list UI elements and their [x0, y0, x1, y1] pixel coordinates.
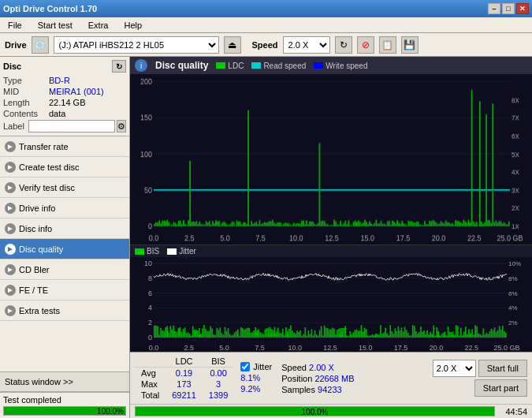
- start-part-row: Start part: [433, 379, 527, 397]
- sidebar-item-drive-info[interactable]: ► Drive info: [0, 198, 129, 218]
- maximize-button[interactable]: □: [502, 3, 515, 14]
- label-gear-button[interactable]: ⚙: [117, 120, 126, 132]
- bottom-progress-bar: 100.0%: [135, 406, 495, 416]
- disc-contents-label: Contents: [3, 109, 49, 118]
- chart2-legend-bar: BIS Jitter: [130, 244, 532, 257]
- speed-pos-section: Speed 2.00 X Position 22668 MB Samples 9…: [281, 363, 354, 394]
- transfer-rate-label: Transfer rate: [19, 142, 69, 151]
- chart1-canvas: [130, 74, 532, 244]
- elapsed-time: 44:54: [500, 407, 527, 416]
- jitter-legend-label: Jitter: [179, 247, 196, 256]
- disc-section: Disc ↻ Type BD-R MID MEIRA1 (001) Length…: [0, 57, 129, 136]
- sidebar-item-verify-test-disc[interactable]: ► Verify test disc: [0, 177, 129, 198]
- disc-erase-button[interactable]: ⊘: [357, 36, 374, 54]
- total-label: Total: [135, 390, 166, 401]
- avg-bis: 0.00: [203, 368, 234, 379]
- position-label-text: Position: [281, 374, 314, 383]
- start-speed-select[interactable]: 2.0 X 4.0 X 6.0 X 8.0 X: [433, 360, 476, 377]
- eject-button[interactable]: ⏏: [224, 36, 241, 54]
- create-test-disc-icon: ►: [5, 162, 16, 173]
- samples-label-text: Samples: [281, 385, 318, 394]
- refresh-button[interactable]: ↻: [335, 36, 352, 54]
- disc-length-row: Length 22.14 GB: [3, 98, 126, 107]
- minimize-button[interactable]: –: [488, 3, 500, 14]
- jitter-legend: Jitter: [167, 247, 196, 256]
- sidebar-item-cd-bler[interactable]: ► CD Bler: [0, 259, 129, 280]
- action-buttons: 2.0 X 4.0 X 6.0 X 8.0 X Start full Start…: [433, 360, 527, 397]
- jitter-checkbox[interactable]: [240, 362, 250, 371]
- sidebar-item-fe-te[interactable]: ► FE / TE: [0, 280, 129, 300]
- jitter-max-row: 9.2%: [240, 384, 272, 394]
- menu-extra[interactable]: Extra: [84, 20, 113, 31]
- save-button[interactable]: 💾: [401, 36, 419, 54]
- col-header-ldc: LDC: [166, 356, 203, 368]
- ldc-legend-label: LDC: [228, 62, 244, 70]
- position-value: 22668 MB: [314, 374, 354, 383]
- bis-legend-label: BIS: [147, 247, 159, 256]
- drive-info-icon: ►: [5, 203, 16, 214]
- max-label: Max: [135, 379, 166, 390]
- disc-info-icon: ►: [5, 223, 16, 234]
- disc-type-label: Type: [3, 76, 49, 85]
- sidebar-item-disc-info[interactable]: ► Disc info: [0, 218, 129, 239]
- disc-label-input[interactable]: [28, 120, 115, 132]
- test-completed-text: Test completed: [3, 395, 126, 405]
- write-speed-legend-color: [314, 62, 323, 69]
- menu-start-test[interactable]: Start test: [33, 20, 77, 31]
- jitter-avg-value: 8.1%: [240, 373, 260, 383]
- sidebar-item-transfer-rate[interactable]: ► Transfer rate: [0, 136, 129, 157]
- stats-section: LDC BIS Avg 0.19 0.00 Max 173 3: [130, 352, 532, 404]
- close-button[interactable]: ✕: [516, 3, 529, 14]
- jitter-legend-color: [167, 248, 177, 255]
- speed-label-text: Speed: [281, 363, 309, 372]
- sidebar-item-create-test-disc[interactable]: ► Create test disc: [0, 157, 129, 177]
- drive-select[interactable]: (J:) ATAPI iHBS212 2 HL05: [54, 36, 219, 54]
- disc-mid-row: MID MEIRA1 (001): [3, 87, 126, 96]
- write-speed-legend-label: Write speed: [326, 62, 367, 70]
- max-ldc: 173: [166, 379, 203, 390]
- charts-area: BIS Jitter: [130, 74, 532, 352]
- ldc-legend: LDC: [216, 62, 244, 70]
- write-speed-legend: Write speed: [314, 62, 367, 70]
- disc-length-value: 22.14 GB: [49, 98, 85, 107]
- drive-bar: Drive 💿 (J:) ATAPI iHBS212 2 HL05 ⏏ Spee…: [0, 33, 532, 57]
- jitter-section: Jitter 8.1% 9.2%: [240, 362, 272, 395]
- menu-file[interactable]: File: [3, 20, 27, 31]
- start-part-button[interactable]: Start part: [474, 379, 527, 397]
- drive-label: Drive: [5, 40, 27, 50]
- drive-info-label: Drive info: [19, 203, 55, 213]
- max-bis: 3: [203, 379, 234, 390]
- samples-row: Samples 94233: [281, 385, 354, 394]
- bis-legend-color: [135, 248, 144, 255]
- extra-tests-icon: ►: [5, 305, 16, 316]
- menu-bar: File Start test Extra Help: [0, 17, 532, 33]
- stats-total-row: Total 69211 1399: [135, 390, 234, 401]
- sidebar-item-extra-tests[interactable]: ► Extra tests: [0, 300, 129, 321]
- avg-ldc: 0.19: [166, 368, 203, 379]
- stats-max-row: Max 173 3: [135, 379, 234, 390]
- stats-table: LDC BIS Avg 0.19 0.00 Max 173 3: [135, 356, 234, 401]
- disc-info-label: Disc info: [19, 224, 52, 233]
- disc-mid-label: MID: [3, 87, 49, 96]
- time-bar: 100.0% 44:54: [130, 404, 532, 418]
- disc-contents-value: data: [49, 109, 65, 118]
- total-bis: 1399: [203, 390, 234, 401]
- jitter-max-value: 9.2%: [240, 384, 260, 394]
- speed-select[interactable]: 2.0 X: [283, 36, 330, 54]
- read-speed-legend-color: [251, 62, 261, 69]
- disc-copy-button[interactable]: 📋: [379, 36, 396, 54]
- sidebar-item-disc-quality[interactable]: ► Disc quality: [0, 239, 129, 259]
- verify-test-disc-label: Verify test disc: [19, 183, 75, 192]
- menu-help[interactable]: Help: [119, 20, 147, 31]
- disc-type-row: Type BD-R: [3, 76, 126, 85]
- status-window-button[interactable]: Status window >>: [0, 371, 129, 392]
- disc-quality-icon: ►: [5, 244, 16, 255]
- col-header-empty: [135, 356, 166, 368]
- disc-length-label: Length: [3, 98, 49, 107]
- avg-label: Avg: [135, 368, 166, 379]
- status-window-label: Status window >>: [5, 377, 73, 386]
- disc-mid-value: MEIRA1 (001): [49, 87, 104, 96]
- start-full-button[interactable]: Start full: [478, 360, 527, 377]
- disc-refresh-button[interactable]: ↻: [112, 60, 126, 73]
- fe-te-label: FE / TE: [19, 286, 48, 295]
